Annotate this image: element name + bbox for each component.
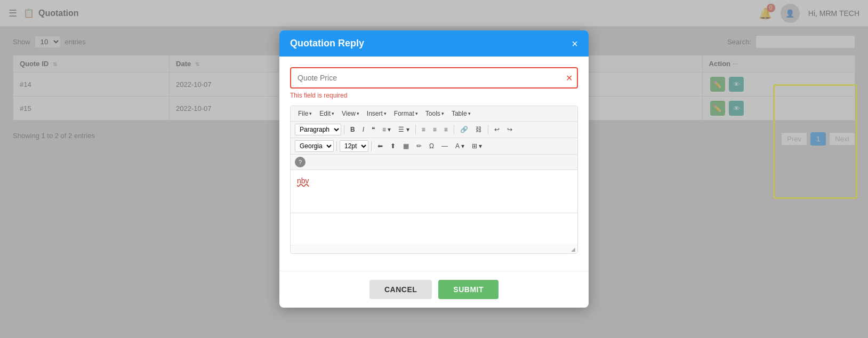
unordered-list-button[interactable]: ☰ ▾ [395, 124, 412, 135]
background-page: ☰ 📋 Quotation 🔔 0 👤 Hi, MRM TECH Show 10… [0, 0, 868, 338]
file-menu-button[interactable]: File ▾ [295, 108, 315, 119]
align-left-2-button[interactable]: ⬅ [374, 141, 386, 151]
editor-text: nbv [297, 176, 309, 185]
chevron-down-icon: ▾ [468, 111, 471, 116]
chevron-down-icon: ▾ [415, 111, 418, 116]
modal-title: Quotation Reply [290, 38, 364, 49]
hr-button[interactable]: — [438, 141, 451, 151]
separator [371, 141, 372, 151]
align-right-button[interactable]: ≡ [441, 124, 451, 135]
chevron-down-icon: ▾ [384, 111, 387, 116]
modal-close-button[interactable]: × [572, 38, 578, 49]
modal-body: ✕ This field is required File ▾ Edit ▾ V… [279, 57, 589, 271]
submit-button[interactable]: SUBMIT [438, 280, 499, 299]
font-size-select[interactable]: 12pt [340, 140, 368, 152]
italic-button[interactable]: I [359, 124, 367, 135]
bottom-textarea[interactable] [291, 213, 577, 245]
unlink-button[interactable]: ⛓ [472, 124, 485, 135]
redo-button[interactable]: ↪ [504, 124, 516, 135]
table-options-button[interactable]: ⊞ ▾ [469, 141, 485, 151]
insert-menu-button[interactable]: Insert ▾ [364, 108, 390, 119]
separator [454, 125, 454, 134]
chevron-down-icon: ▾ [309, 111, 312, 116]
chevron-down-icon: ▾ [332, 111, 334, 116]
edit-menu-button[interactable]: Edit ▾ [316, 108, 337, 119]
editor-content-area[interactable]: nbv [291, 170, 577, 213]
tools-menu-button[interactable]: Tools ▾ [422, 108, 447, 119]
align-center-2-button[interactable]: ⬆ [387, 141, 399, 151]
blockquote-button[interactable]: ❝ [368, 124, 378, 135]
view-menu-button[interactable]: View ▾ [339, 108, 363, 119]
separator [415, 125, 416, 134]
chevron-down-icon: ▾ [441, 111, 444, 116]
field-error-message: This field is required [290, 92, 578, 99]
format-menu-button[interactable]: Format ▾ [391, 108, 421, 119]
toolbar-row-3: Georgia 12pt ⬅ ⬆ ▦ ✏ Ω — A ▾ ⊞ ▾ [291, 138, 577, 155]
chevron-down-icon: ▾ [357, 111, 359, 116]
quote-price-input[interactable] [290, 67, 578, 88]
help-button[interactable]: ? [295, 157, 306, 167]
align-left-button[interactable]: ≡ [419, 124, 429, 135]
separator [488, 125, 488, 134]
special-char-button[interactable]: Ω [426, 141, 437, 151]
cancel-button[interactable]: CANCEL [369, 280, 432, 299]
quote-price-clear-button[interactable]: ✕ [566, 73, 573, 83]
highlight-button[interactable]: ✏ [413, 141, 425, 151]
link-button[interactable]: 🔗 [457, 124, 471, 135]
font-color-button[interactable]: A ▾ [452, 141, 468, 151]
toolbar-row-4: ? [291, 155, 577, 170]
ordered-list-button[interactable]: ≡ ▾ [379, 124, 394, 135]
table-insert-button[interactable]: ▦ [400, 141, 412, 151]
bold-button[interactable]: B [347, 124, 358, 135]
paragraph-select[interactable]: Paragraph [295, 124, 341, 135]
quote-price-wrapper: ✕ [290, 67, 578, 88]
font-select[interactable]: Georgia [295, 140, 334, 152]
quotation-reply-modal: Quotation Reply × ✕ This field is requir… [279, 30, 589, 308]
toolbar-row-2: Paragraph B I ❝ ≡ ▾ ☰ ▾ ≡ ≡ ≡ 🔗 ⛓ [291, 122, 577, 138]
align-center-button[interactable]: ≡ [430, 124, 440, 135]
resize-handle: ◢ [291, 245, 577, 253]
editor-container: File ▾ Edit ▾ View ▾ Insert ▾ Format ▾ [290, 106, 578, 254]
separator [336, 141, 337, 151]
table-menu-button[interactable]: Table ▾ [448, 108, 474, 119]
modal-footer: CANCEL SUBMIT [279, 271, 589, 308]
toolbar-row-1: File ▾ Edit ▾ View ▾ Insert ▾ Format ▾ [291, 106, 577, 122]
modal-header: Quotation Reply × [279, 30, 589, 57]
separator [344, 125, 344, 134]
undo-button[interactable]: ↩ [491, 124, 503, 135]
